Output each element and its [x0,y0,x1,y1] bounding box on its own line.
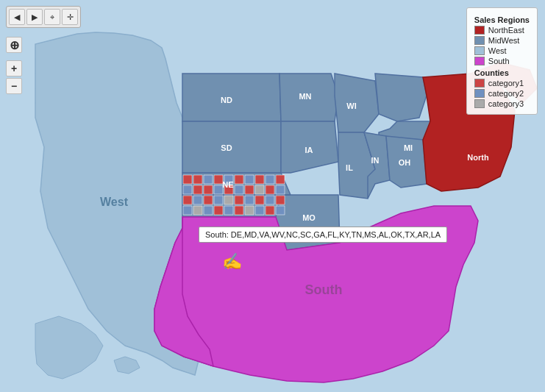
northeast-label: NorthEast [488,26,524,35]
legend-item-northeast: NorthEast [474,26,530,35]
svg-rect-9 [266,175,274,184]
svg-rect-3 [204,175,213,184]
legend-item-midwest: MidWest [474,36,530,45]
cat2-label: category2 [488,89,524,98]
svg-rect-18 [255,185,264,194]
northeast-swatch [474,26,485,35]
svg-text:ND: ND [221,96,232,104]
svg-rect-32 [193,206,202,215]
zoom-out-button[interactable]: − [6,78,22,94]
svg-rect-34 [214,206,223,215]
svg-text:IL: IL [346,163,353,172]
svg-rect-40 [276,206,285,215]
svg-rect-23 [204,196,213,204]
compass-button[interactable]: ⊕ [6,37,22,53]
zoom-in-button[interactable]: + [6,60,22,76]
cat3-swatch [474,99,485,108]
svg-rect-28 [255,196,264,204]
svg-text:OH: OH [399,158,411,167]
svg-rect-10 [276,175,285,184]
svg-rect-16 [235,185,243,194]
cat1-label: category1 [488,79,524,88]
svg-rect-1 [183,175,192,184]
svg-rect-27 [245,196,254,204]
svg-text:MI: MI [404,143,413,152]
svg-rect-12 [193,185,202,194]
legend-item-south: South [474,57,530,65]
svg-text:SD: SD [221,143,232,152]
svg-text:South: South [305,282,343,297]
svg-text:IA: IA [305,146,313,154]
cat2-swatch [474,89,485,98]
map-container: ND MN SD NE IA WI MI IL IN OH MO North W… [0,0,545,392]
legend-item-cat2: category2 [474,89,530,98]
toolbar: ◀ ▶ ⌖ ✛ [6,6,81,28]
svg-text:MO: MO [302,213,316,222]
zoom-controls: ⊕ + − [6,37,22,94]
back-button[interactable]: ◀ [9,9,25,25]
legend-item-west: West [474,46,530,55]
svg-rect-39 [266,206,274,215]
forward-button[interactable]: ▶ [26,9,43,25]
cat3-label: category3 [488,99,524,108]
crosshair-button[interactable]: ✛ [62,9,78,25]
svg-text:WI: WI [346,101,356,110]
svg-rect-7 [245,175,254,184]
south-label: South [488,57,510,65]
svg-rect-36 [235,206,243,215]
svg-rect-14 [214,185,223,194]
svg-text:NE: NE [222,180,233,189]
svg-rect-13 [204,185,213,194]
svg-rect-38 [255,206,264,215]
legend-counties-title: Counties [474,68,530,77]
legend-item-cat3: category3 [474,99,530,108]
svg-rect-20 [276,185,285,194]
svg-text:West: West [100,196,129,208]
map-svg: ND MN SD NE IA WI MI IL IN OH MO North W… [0,0,545,392]
svg-rect-30 [276,196,285,204]
svg-rect-4 [214,175,223,184]
svg-rect-21 [183,196,192,204]
svg-text:IN: IN [371,156,380,165]
svg-rect-24 [214,196,223,204]
svg-rect-8 [255,175,264,184]
svg-text:North: North [467,153,489,162]
svg-rect-25 [224,196,233,204]
svg-rect-31 [183,206,192,215]
svg-rect-29 [266,196,274,204]
cat1-swatch [474,79,485,88]
target-button[interactable]: ⌖ [44,9,60,25]
midwest-label: MidWest [488,36,520,45]
midwest-swatch [474,36,485,45]
svg-rect-22 [193,196,202,204]
legend-sales-regions-title: Sales Regions [474,15,530,24]
west-swatch [474,46,485,55]
svg-rect-6 [235,175,243,184]
svg-rect-19 [266,185,274,194]
svg-rect-33 [204,206,213,215]
svg-rect-11 [183,185,192,194]
south-swatch [474,57,485,65]
svg-rect-2 [193,175,202,184]
svg-rect-26 [235,196,243,204]
svg-rect-17 [245,185,254,194]
legend-item-cat1: category1 [474,79,530,88]
svg-rect-37 [245,206,254,215]
west-label: West [488,46,507,55]
legend: Sales Regions NorthEast MidWest West Sou… [466,7,538,115]
svg-rect-35 [224,206,233,215]
svg-text:MN: MN [299,92,311,101]
